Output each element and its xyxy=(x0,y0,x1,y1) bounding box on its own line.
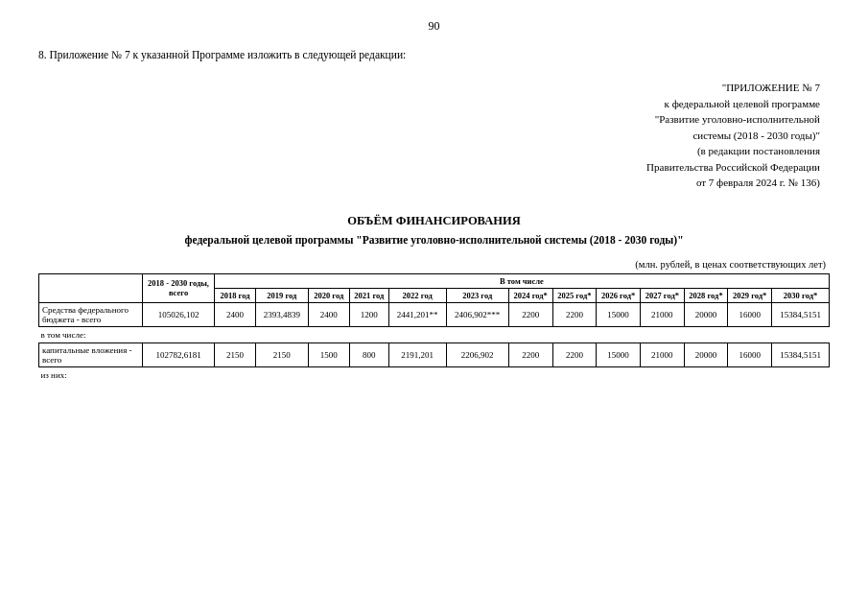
cell-federal-2020: 2400 xyxy=(308,302,349,326)
col-header-total: 2018 - 2030 годы, всего xyxy=(143,273,215,302)
col-2019: 2019 год xyxy=(256,288,308,302)
header-right-line7: от 7 февраля 2024 г. № 136) xyxy=(696,177,820,188)
intro-text: 8. Приложение № 7 к указанной Программе … xyxy=(38,49,830,60)
cell-federal-2021: 1200 xyxy=(349,302,388,326)
cell-capital-label: капитальные вложения - всего xyxy=(39,342,143,366)
page-number: 90 xyxy=(38,19,830,34)
section-vtomchisle: в том числе: xyxy=(39,326,830,342)
table-row-vtomchisle: в том числе: xyxy=(39,326,830,342)
cell-federal-2024: 2200 xyxy=(508,302,552,326)
cell-capital-2024: 2200 xyxy=(508,342,552,366)
header-right-line6: Правительства Российской Федерации xyxy=(646,161,820,173)
col-2023: 2023 год xyxy=(446,288,508,302)
cell-capital-2022: 2191,201 xyxy=(388,342,446,366)
header-right-line3: "Развитие уголовно-исполнительной xyxy=(655,113,820,125)
col-2022: 2022 год xyxy=(388,288,446,302)
cell-capital-2019: 2150 xyxy=(256,342,308,366)
col-2020: 2020 год xyxy=(308,288,349,302)
cell-capital-2018: 2150 xyxy=(214,342,255,366)
cell-federal-2027: 21000 xyxy=(640,302,684,326)
col-2027: 2027 год* xyxy=(640,288,684,302)
cell-capital-2026: 15000 xyxy=(597,342,641,366)
header-right-block: "ПРИЛОЖЕНИЕ № 7 к федеральной целевой пр… xyxy=(38,80,830,191)
cell-federal-2025: 2200 xyxy=(552,302,597,326)
col-2025: 2025 год* xyxy=(552,288,597,302)
col-2028: 2028 год* xyxy=(684,288,728,302)
cell-capital-total: 102782,6181 xyxy=(143,342,215,366)
col-2021: 2021 год xyxy=(349,288,388,302)
cell-capital-2021: 800 xyxy=(349,342,388,366)
cell-federal-2029: 16000 xyxy=(728,302,772,326)
cell-federal-2028: 20000 xyxy=(684,302,728,326)
col-2030: 2030 год* xyxy=(772,288,830,302)
section-iznikh: из них: xyxy=(39,366,830,383)
table-row-capital: капитальные вложения - всего 102782,6181… xyxy=(39,342,830,366)
cell-federal-2022: 2441,201** xyxy=(388,302,446,326)
cell-federal-2018: 2400 xyxy=(214,302,255,326)
table-row-federal: Средства федерального бюджета - всего 10… xyxy=(39,302,830,326)
header-right-line2: к федеральной целевой программе xyxy=(665,98,820,109)
cell-capital-2027: 21000 xyxy=(640,342,684,366)
table-header-row1: 2018 - 2030 годы, всего В том числе xyxy=(39,273,830,288)
cell-federal-2019: 2393,4839 xyxy=(256,302,308,326)
table-row-iznikh: из них: xyxy=(39,366,830,383)
finance-table: 2018 - 2030 годы, всего В том числе 2018… xyxy=(38,273,830,383)
header-right-line5: (в редакции постановления xyxy=(697,145,820,156)
header-right-line1: "ПРИЛОЖЕНИЕ № 7 xyxy=(722,82,820,93)
cell-federal-2023: 2406,902*** xyxy=(446,302,508,326)
sub-title: федеральной целевой программы "Развитие … xyxy=(38,234,830,246)
col-2029: 2029 год* xyxy=(728,288,772,302)
col-header-direction xyxy=(39,273,143,302)
units-line: (млн. рублей, в ценах соответствующих ле… xyxy=(38,259,830,270)
cell-capital-2030: 15384,5151 xyxy=(772,342,830,366)
col-2026: 2026 год* xyxy=(597,288,641,302)
cell-capital-2023: 2206,902 xyxy=(446,342,508,366)
col-2018: 2018 год xyxy=(214,288,255,302)
cell-federal-2030: 15384,5151 xyxy=(772,302,830,326)
header-right-line4: системы (2018 - 2030 годы)" xyxy=(692,130,820,141)
col-header-vtomchisle: В том числе xyxy=(214,273,829,288)
cell-federal-2026: 15000 xyxy=(597,302,641,326)
cell-capital-2020: 1500 xyxy=(308,342,349,366)
cell-capital-2025: 2200 xyxy=(552,342,597,366)
col-2024: 2024 год* xyxy=(508,288,552,302)
cell-capital-2029: 16000 xyxy=(728,342,772,366)
cell-federal-total: 105026,102 xyxy=(143,302,215,326)
cell-capital-2028: 20000 xyxy=(684,342,728,366)
main-title: ОБЪЁМ ФИНАНСИРОВАНИЯ xyxy=(38,214,830,228)
cell-federal-label: Средства федерального бюджета - всего xyxy=(39,302,143,326)
